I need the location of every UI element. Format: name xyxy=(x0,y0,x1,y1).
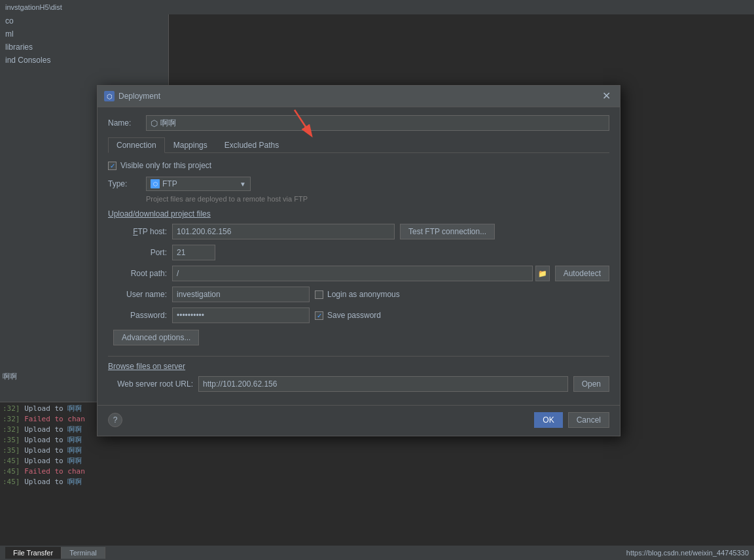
small-label: 啊啊 xyxy=(3,372,17,381)
port-input[interactable] xyxy=(172,245,215,260)
tab-mappings[interactable]: Mappings xyxy=(165,137,216,153)
dialog-content: Name: ⬡ 啊啊 Connection Mappings Excluded … xyxy=(98,107,620,405)
username-label: User name: xyxy=(108,290,167,299)
status-bar: File Transfer Terminal https://blog.csdn… xyxy=(0,546,754,560)
sidebar-item-co[interactable]: co xyxy=(0,14,168,27)
type-select-text: FTP xyxy=(162,179,237,188)
log-line: :45] Upload to 啊啊 xyxy=(3,456,166,466)
ftp-host-row: FTP host: Test FTP connection... xyxy=(108,224,609,239)
save-password-label: Save password xyxy=(327,311,381,320)
type-label: Type: xyxy=(108,179,141,188)
type-select[interactable]: ⬡ FTP ▼ xyxy=(146,177,251,191)
browse-section-title: Browse files on server xyxy=(108,362,609,371)
dialog-title-bar: ⬡ Deployment ✕ xyxy=(98,86,620,107)
log-line: :45] Failed to chan xyxy=(3,466,166,477)
save-password-checkbox[interactable] xyxy=(315,311,323,320)
tab-excluded-paths[interactable]: Excluded Paths xyxy=(216,137,287,153)
port-label: Port: xyxy=(108,248,167,257)
dialog-close-button[interactable]: ✕ xyxy=(600,90,613,103)
cancel-button[interactable]: Cancel xyxy=(568,412,609,428)
name-row: Name: ⬡ 啊啊 xyxy=(108,115,609,131)
ftp-host-input[interactable] xyxy=(172,224,395,239)
type-select-arrow-icon: ▼ xyxy=(240,181,246,188)
password-label: Password: xyxy=(108,311,167,320)
tabs-bar: Connection Mappings Excluded Paths xyxy=(108,137,609,153)
ftp-icon: ⬡ xyxy=(151,179,160,188)
dialog-title-text: Deployment xyxy=(118,92,160,101)
login-anonymous-label: Login as anonymous xyxy=(327,290,400,299)
root-path-input[interactable] xyxy=(172,266,533,281)
upload-section-title: Upload/download project files xyxy=(108,209,609,219)
browse-section: Browse files on server Web server root U… xyxy=(108,356,609,392)
log-line: :35] Upload to 啊啊 xyxy=(3,435,166,446)
save-password-row: Save password xyxy=(315,311,381,320)
root-path-container: 📁 xyxy=(172,266,550,281)
footer-right: OK Cancel xyxy=(534,412,609,428)
tab-connection[interactable]: Connection xyxy=(108,137,165,153)
root-path-label: Root path: xyxy=(108,269,167,278)
status-tabs: File Transfer Terminal xyxy=(5,547,105,559)
sidebar-item-ind-consoles[interactable]: ind Consoles xyxy=(0,54,168,67)
root-path-row: Root path: 📁 Autodetect xyxy=(108,266,609,281)
web-server-input[interactable] xyxy=(198,376,568,392)
password-input[interactable] xyxy=(172,307,310,323)
web-server-label: Web server root URL: xyxy=(108,379,193,389)
log-line: :45] Upload to 啊啊 xyxy=(3,477,166,487)
username-input[interactable] xyxy=(172,287,310,302)
footer-left: ? xyxy=(108,413,122,427)
ftp-host-label: FTP host: xyxy=(108,227,167,236)
name-label: Name: xyxy=(108,118,141,128)
name-value: 啊啊 xyxy=(160,118,176,129)
type-description: Project files are deployed to a remote h… xyxy=(108,195,609,203)
visible-only-row: Visible only for this project xyxy=(108,161,609,170)
visible-only-label: Visible only for this project xyxy=(120,161,211,170)
open-button[interactable]: Open xyxy=(573,376,609,392)
deployment-icon: ⬡ xyxy=(104,91,115,101)
login-anonymous-row: Login as anonymous xyxy=(315,290,400,299)
login-anonymous-checkbox[interactable] xyxy=(315,290,323,299)
log-line: :35] Upload to 啊啊 xyxy=(3,446,166,456)
password-row: Password: Save password xyxy=(108,307,609,323)
dialog-title-left: ⬡ Deployment xyxy=(104,91,160,101)
root-path-folder-button[interactable]: 📁 xyxy=(535,266,550,281)
name-icon: ⬡ xyxy=(151,118,158,128)
ide-title: invstgationH5\dist xyxy=(5,3,62,11)
ide-background: invstgationH5\dist co ml libraries ind C… xyxy=(0,0,754,560)
credentials-section: User name: Login as anonymous Password: … xyxy=(108,287,609,323)
visible-only-checkbox[interactable] xyxy=(108,162,117,170)
sidebar-item-ml[interactable]: ml xyxy=(0,27,168,41)
ide-title-bar: invstgationH5\dist xyxy=(0,0,754,14)
status-tab-file-transfer[interactable]: File Transfer xyxy=(5,547,62,559)
type-row: Type: ⬡ FTP ▼ xyxy=(108,177,609,191)
url-bar: https://blog.csdn.net/weixin_44745330 xyxy=(626,549,749,557)
sidebar-item-libraries[interactable]: libraries xyxy=(0,41,168,54)
deployment-dialog: ⬡ Deployment ✕ Name: ⬡ 啊啊 Connection xyxy=(97,85,620,436)
ok-button[interactable]: OK xyxy=(534,412,562,428)
advanced-options-button[interactable]: Advanced options... xyxy=(113,330,199,345)
dialog-footer: ? OK Cancel xyxy=(98,405,620,436)
advanced-options-row: Advanced options... xyxy=(108,330,609,345)
web-server-row: Web server root URL: Open xyxy=(108,376,609,392)
username-row: User name: Login as anonymous xyxy=(108,287,609,302)
autodetect-button[interactable]: Autodetect xyxy=(555,266,609,281)
port-row: Port: xyxy=(108,245,609,260)
help-button[interactable]: ? xyxy=(108,413,122,427)
name-input-container: ⬡ 啊啊 xyxy=(146,115,609,131)
status-tab-terminal[interactable]: Terminal xyxy=(62,547,105,559)
test-ftp-button[interactable]: Test FTP connection... xyxy=(400,224,495,239)
